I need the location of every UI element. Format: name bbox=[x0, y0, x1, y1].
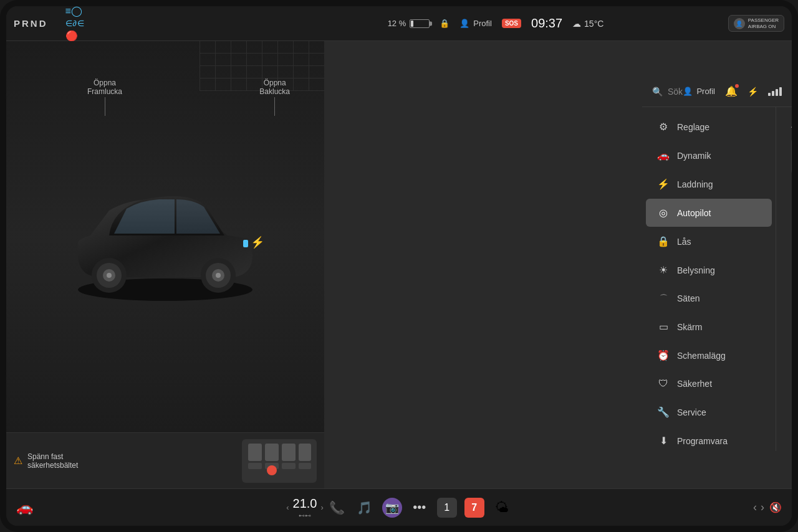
svg-rect-11 bbox=[248, 444, 262, 461]
signal-bar-2 bbox=[772, 91, 774, 96]
bottom-warning: ⚠ Spänn fast säkerhetsbältet bbox=[6, 432, 324, 488]
warning-text-area: ⚠ Spänn fast säkerhetsbältet bbox=[14, 452, 236, 470]
sakerhet-icon: 🛡 bbox=[657, 378, 670, 389]
svg-point-8 bbox=[216, 273, 221, 278]
profile-label-top: Profil bbox=[473, 19, 492, 28]
autopilot-icon: ◎ bbox=[657, 207, 670, 219]
passenger-airbag-indicator: 👤 PASSENGERAIRBAG ON bbox=[728, 15, 784, 32]
calendar-icon[interactable]: 7 bbox=[464, 498, 484, 518]
profile-button-top[interactable]: 👤 Profil bbox=[459, 19, 492, 28]
search-placeholder[interactable]: Sök bbox=[668, 87, 683, 97]
car-display-area: Öppna Framlucka Öppna Baklucka bbox=[6, 41, 324, 432]
svg-rect-18 bbox=[299, 463, 311, 469]
taskbar: 🚗 ‹ 21.0 ⊷⊷ › 📞 🎵 📷 ••• 1 bbox=[6, 488, 792, 526]
calendar-date: 7 bbox=[471, 502, 477, 513]
svg-rect-13 bbox=[265, 444, 279, 461]
airbag-text: PASSENGERAIRBAG ON bbox=[748, 17, 779, 29]
signal-bars bbox=[768, 87, 782, 96]
profile-icon: 👤 bbox=[683, 87, 693, 96]
car-illustration: ⚡ bbox=[59, 143, 271, 330]
profile-icon-top: 👤 bbox=[459, 19, 469, 28]
warning-message: Spänn fast säkerhetsbältet bbox=[27, 452, 78, 470]
bluetooth-icon[interactable]: ⚡ bbox=[748, 87, 758, 97]
weather-icon-taskbar[interactable]: 🌤 bbox=[492, 498, 512, 518]
notification-bell-wrapper: 🔔 bbox=[725, 85, 738, 97]
taskbar-apps: 📞 🎵 📷 ••• 1 7 🌤 bbox=[327, 498, 512, 518]
settings-content: ⚙ Reglage 🚗 Dynamik ⚡ Laddning ◎ bbox=[642, 107, 792, 451]
frunk-label[interactable]: Öppna Framlucka bbox=[87, 78, 122, 116]
time-display: 09:37 bbox=[531, 16, 562, 31]
nav-arrow-right[interactable]: › bbox=[761, 501, 764, 514]
svg-text:⚡: ⚡ bbox=[251, 235, 265, 249]
trunk-label[interactable]: Öppna Baklucka bbox=[259, 78, 290, 116]
music-app-icon[interactable]: 🎵 bbox=[355, 498, 375, 518]
signal-bar-1 bbox=[768, 93, 771, 96]
search-right-icons: 👤 Profil 🔔 ⚡ bbox=[683, 85, 782, 97]
nav-item-programvara[interactable]: ⬇ Programvara bbox=[646, 427, 772, 451]
svg-rect-12 bbox=[248, 463, 262, 469]
nav-label-skarm: Skärm bbox=[677, 322, 702, 332]
top-status-bar: PRND ≡◯ ∈∂∈ 🔴 12 % bbox=[6, 6, 792, 41]
temp-sub-icons: ⊷⊷ bbox=[293, 512, 317, 519]
more-apps-icon[interactable]: ••• bbox=[410, 498, 430, 518]
nav-item-skarm[interactable]: ▭ Skärm bbox=[646, 313, 772, 341]
taskbar-center: ‹ 21.0 ⊷⊷ › 📞 🎵 📷 ••• 1 7 bbox=[141, 496, 657, 519]
settings-panel: 🔍 Sök 👤 Profil 🔔 ⚡ bbox=[324, 41, 792, 488]
nav-item-laddning[interactable]: ⚡ Laddning bbox=[646, 170, 772, 198]
service-icon: 🔧 bbox=[657, 406, 670, 418]
temp-arrow-right[interactable]: › bbox=[320, 503, 323, 512]
prnd-display: PRND bbox=[14, 18, 48, 29]
temp-arrow-left[interactable]: ‹ bbox=[286, 503, 289, 512]
signal-bar-3 bbox=[776, 89, 778, 96]
battery-percent: 12 % bbox=[388, 19, 406, 28]
nav-label-sakerhet: Säkerhet bbox=[677, 379, 712, 389]
nav-arrows: ‹ › bbox=[753, 501, 764, 514]
car-svg: ⚡ bbox=[59, 143, 271, 305]
profile-label: Profil bbox=[696, 87, 715, 96]
left-panel: Öppna Framlucka Öppna Baklucka bbox=[6, 41, 324, 488]
seatbelt-icon: 🔴 bbox=[65, 30, 78, 42]
taskbar-left: 🚗 bbox=[16, 500, 141, 516]
nav-menu: ⚙ Reglage 🚗 Dynamik ⚡ Laddning ◎ bbox=[642, 107, 776, 451]
warning-triangle-icon: ⚠ bbox=[14, 455, 22, 467]
camera-app-icon[interactable]: 📷 bbox=[382, 498, 402, 518]
temperature-control: 21.0 ⊷⊷ bbox=[293, 496, 317, 519]
nav-item-schemalagt[interactable]: ⏰ Schemalägg bbox=[646, 341, 772, 369]
temperature-display: 15°C bbox=[584, 19, 603, 29]
nav-label-belysning: Belysning bbox=[677, 265, 715, 275]
edge-icon: ∈∂∈ bbox=[65, 19, 85, 28]
airbag-icon: 👤 bbox=[734, 18, 745, 29]
nav-item-reglage[interactable]: ⚙ Reglage bbox=[646, 113, 772, 141]
vehicle-status-icons: ≡◯ ∈∂∈ 🔴 bbox=[65, 6, 85, 42]
phone-app-icon[interactable]: 📞 bbox=[327, 498, 347, 518]
nav-item-sakerhet[interactable]: 🛡 Säkerhet bbox=[646, 370, 772, 397]
car-icon-taskbar[interactable]: 🚗 bbox=[16, 500, 33, 516]
app-icon-1[interactable]: 1 bbox=[437, 498, 457, 518]
profile-button[interactable]: 👤 Profil bbox=[683, 87, 715, 96]
svg-point-19 bbox=[267, 465, 277, 475]
top-bar-center: 12 % 🔒 👤 Profil SOS 09:37 ☁ 15°C bbox=[332, 16, 660, 31]
las-icon: 🔒 bbox=[657, 235, 670, 247]
top-bar-left: PRND ≡◯ ∈∂∈ 🔴 bbox=[14, 6, 332, 42]
search-section: 🔍 Sök 👤 Profil 🔔 ⚡ bbox=[642, 76, 792, 107]
nav-label-las: Lås bbox=[677, 237, 691, 247]
svg-rect-17 bbox=[299, 444, 311, 461]
nav-label-service: Service bbox=[677, 407, 706, 417]
nav-item-service[interactable]: 🔧 Service bbox=[646, 398, 772, 426]
mute-button[interactable]: 🔇 bbox=[769, 501, 782, 513]
nav-item-belysning[interactable]: ☀ Belysning bbox=[646, 256, 772, 284]
btn-adaptive-farthallare[interactable]: Adaptiv farthållare bbox=[791, 137, 792, 176]
battery-indicator: 12 % bbox=[388, 19, 430, 28]
sos-badge[interactable]: SOS bbox=[502, 19, 521, 28]
nav-item-autopilot[interactable]: ◎ Autopilot bbox=[646, 199, 772, 227]
weather-display: ☁ 15°C bbox=[572, 19, 603, 29]
nav-item-saten[interactable]: ⌒ Säten bbox=[646, 285, 772, 312]
nav-item-dynamik[interactable]: 🚗 Dynamik bbox=[646, 141, 772, 169]
nav-arrow-left[interactable]: ‹ bbox=[753, 501, 757, 514]
nav-label-dynamik: Dynamik bbox=[677, 151, 711, 161]
nav-label-schemalagt: Schemalägg bbox=[677, 351, 726, 361]
nav-item-las[interactable]: 🔒 Lås bbox=[646, 227, 772, 255]
top-bar-right: 👤 PASSENGERAIRBAG ON bbox=[660, 15, 784, 32]
nav-label-reglage: Reglage bbox=[677, 122, 709, 132]
laddning-icon: ⚡ bbox=[657, 178, 670, 190]
